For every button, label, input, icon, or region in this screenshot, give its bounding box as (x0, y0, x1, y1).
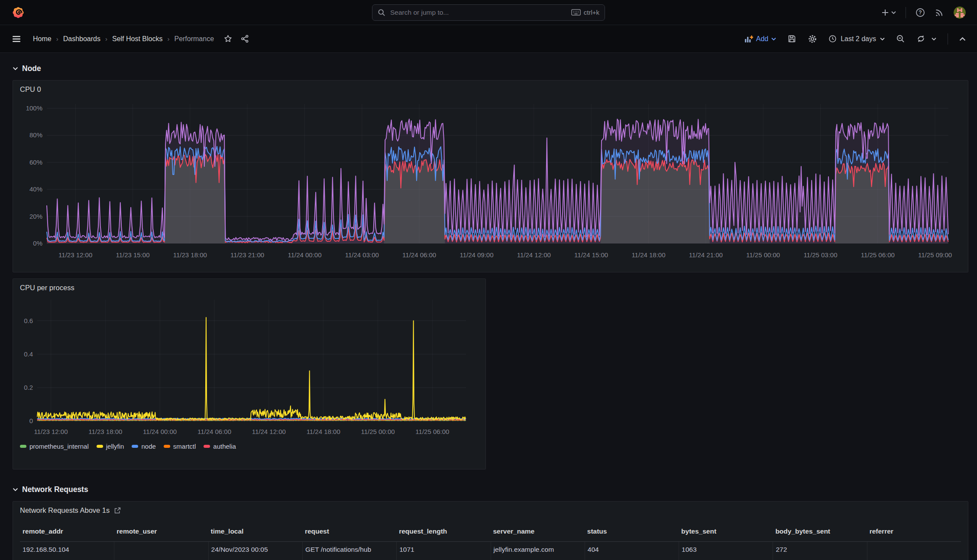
row-header-node[interactable]: Node (13, 64, 968, 73)
collapse-controls-button[interactable] (959, 37, 966, 41)
row-title-node: Node (22, 64, 41, 73)
table-header-request[interactable]: request (302, 522, 396, 542)
external-link-icon[interactable] (114, 507, 121, 514)
shortcut-label: ctrl+k (584, 9, 599, 16)
breadcrumb-dashboards[interactable]: Dashboards (63, 35, 100, 43)
table-header-bytes_sent[interactable]: bytes_sent (679, 522, 773, 542)
table-cell-server_name: jellyfin.example.com (491, 542, 585, 560)
chevron-down-icon (13, 67, 18, 71)
svg-text:11/23 18:00: 11/23 18:00 (173, 251, 207, 259)
share-button[interactable] (240, 34, 249, 43)
legend-swatch (132, 445, 138, 448)
legend-item-jellyfin[interactable]: jellyfin (97, 443, 124, 450)
svg-text:0.4: 0.4 (24, 350, 33, 358)
table-cell-referrer (867, 542, 961, 560)
chevron-down-icon (891, 11, 896, 14)
refresh-interval-dropdown[interactable] (932, 37, 936, 41)
legend-swatch (204, 445, 210, 448)
breadcrumb-folder[interactable]: Self Host Blocks (112, 35, 162, 43)
cpu_per_process-plot[interactable]: 11/23 12:0011/23 18:0011/24 00:0011/24 0… (13, 294, 485, 443)
time-range-label: Last 2 days (841, 35, 876, 43)
topbar-divider (906, 7, 906, 18)
table-header-remote_user[interactable]: remote_user (114, 522, 208, 542)
legend-label: node (141, 443, 155, 450)
search-bar[interactable]: ctrl+k (372, 4, 605, 21)
grafana-logo[interactable] (11, 6, 25, 19)
breadcrumb-home[interactable]: Home (33, 35, 52, 43)
chevron-down-icon (932, 37, 936, 41)
panel-cpu0: CPU 0 11/23 12:0011/23 15:0011/23 18:001… (13, 80, 968, 272)
legend-label: smartctl (173, 443, 196, 450)
save-dashboard-button[interactable] (787, 34, 796, 43)
time-range-picker[interactable]: Last 2 days (828, 35, 885, 43)
new-button[interactable] (881, 8, 896, 17)
table-header-remote_addr[interactable]: remote_addr (20, 522, 114, 542)
legend-label: authelia (213, 443, 236, 450)
svg-text:11/23 15:00: 11/23 15:00 (116, 251, 149, 259)
keyboard-icon (571, 9, 581, 16)
table-header-body_bytes_sent[interactable]: body_bytes_sent (773, 522, 867, 542)
table-header-referrer[interactable]: referrer (867, 522, 961, 542)
svg-text:11/24 00:00: 11/24 00:00 (288, 251, 321, 259)
table-cell-body_bytes_sent: 272 (773, 542, 867, 560)
cpu0-chart[interactable]: 11/23 12:0011/23 15:0011/23 18:0011/23 2… (13, 95, 968, 265)
svg-text:11/24 21:00: 11/24 21:00 (689, 251, 723, 259)
chevron-down-icon (771, 37, 776, 41)
news-rss-button[interactable] (935, 8, 944, 17)
toolbar-divider (948, 33, 948, 45)
svg-text:0.2: 0.2 (24, 384, 33, 391)
table-cell-remote_user (114, 542, 208, 560)
legend-item-authelia[interactable]: authelia (204, 443, 236, 450)
svg-text:11/23 18:00: 11/23 18:00 (88, 428, 122, 435)
cpu-per-process-chart[interactable]: 11/23 12:0011/23 18:0011/24 00:0011/24 0… (13, 294, 485, 443)
table-header-time_local[interactable]: time_local (208, 522, 302, 542)
panel-title-cpu-per-process[interactable]: CPU per process (13, 279, 485, 294)
svg-text:11/23 12:00: 11/23 12:00 (34, 428, 68, 435)
legend-item-prometheus_internal[interactable]: prometheus_internal (20, 443, 89, 450)
svg-text:11/24 06:00: 11/24 06:00 (402, 251, 436, 259)
table-header-server_name[interactable]: server_name (491, 522, 585, 542)
help-button[interactable]: ? (916, 8, 925, 17)
svg-text:11/25 09:00: 11/25 09:00 (918, 251, 952, 259)
table-header-request_length[interactable]: request_length (396, 522, 490, 542)
svg-text:11/24 12:00: 11/24 12:00 (517, 251, 551, 259)
svg-text:11/23 21:00: 11/23 21:00 (230, 251, 264, 259)
panel-cpu-per-process: CPU per process 11/23 12:0011/23 18:0011… (13, 278, 486, 469)
add-button[interactable]: Add (744, 35, 776, 43)
table-cell-request: GET /notifications/hub (302, 542, 396, 560)
row-header-network-requests[interactable]: Network Requests (13, 485, 968, 494)
panel-title-cpu0[interactable]: CPU 0 (13, 81, 968, 95)
svg-text:100%: 100% (26, 104, 42, 112)
search-input[interactable] (389, 8, 567, 17)
legend-item-node[interactable]: node (132, 443, 155, 450)
svg-text:11/25 00:00: 11/25 00:00 (746, 251, 780, 259)
favorite-star-button[interactable] (223, 34, 233, 43)
refresh-button[interactable] (916, 34, 925, 43)
grafana-dashboard: { "topbar": { "search_placeholder": "Sea… (0, 0, 977, 560)
svg-text:11/24 15:00: 11/24 15:00 (574, 251, 608, 259)
legend-label: jellyfin (106, 443, 124, 450)
clock-icon (828, 35, 837, 43)
svg-text:11/24 18:00: 11/24 18:00 (307, 428, 340, 435)
svg-text:11/25 03:00: 11/25 03:00 (803, 251, 837, 259)
dashboard-settings-button[interactable] (808, 34, 817, 44)
table-header-status[interactable]: status (585, 522, 679, 542)
svg-text:11/23 12:00: 11/23 12:00 (58, 251, 92, 259)
dashboard-toolbar: Home › Dashboards › Self Host Blocks › P… (0, 25, 977, 53)
add-label: Add (756, 35, 768, 43)
legend-label: prometheus_internal (29, 443, 89, 450)
zoom-out-button[interactable] (896, 34, 905, 43)
legend-swatch (20, 445, 26, 448)
panel-title-text: CPU 0 (20, 85, 41, 94)
mega-menu-toggle[interactable] (11, 34, 22, 44)
svg-text:?: ? (919, 10, 922, 16)
cpu0-plot[interactable]: 11/23 12:0011/23 15:0011/23 18:0011/23 2… (13, 95, 968, 265)
svg-text:11/24 03:00: 11/24 03:00 (345, 251, 379, 259)
breadcrumb-current-page: Performance (174, 35, 214, 43)
network-requests-table: remote_addrremote_usertime_localrequestr… (20, 522, 961, 560)
panel-title-network-requests[interactable]: Network Requests Above 1s (13, 502, 968, 516)
breadcrumb-separator: › (167, 35, 169, 42)
legend-item-smartctl[interactable]: smartctl (164, 443, 196, 450)
svg-text:11/24 12:00: 11/24 12:00 (252, 428, 286, 435)
user-avatar[interactable] (954, 6, 966, 19)
